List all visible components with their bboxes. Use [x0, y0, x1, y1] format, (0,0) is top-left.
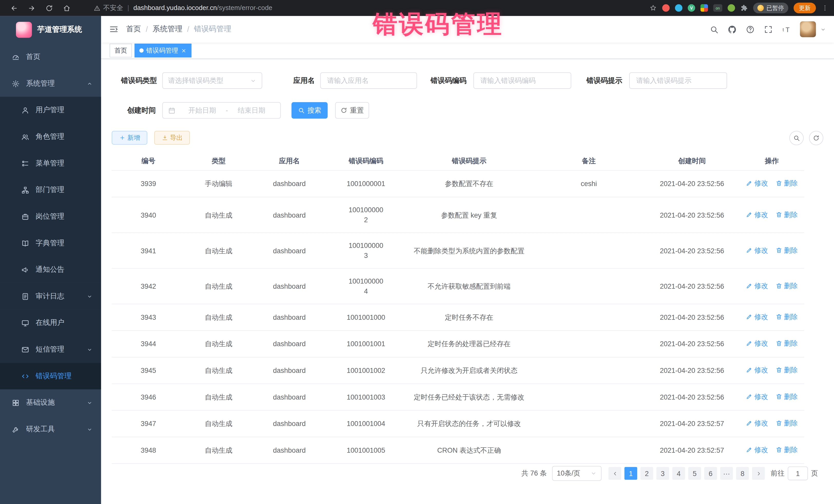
- sidebar-item-2[interactable]: 用户管理: [0, 97, 101, 124]
- delete-link[interactable]: 删除: [775, 245, 798, 255]
- breadcrumb-item[interactable]: 系统管理: [153, 24, 182, 34]
- browser-back-icon[interactable]: [10, 4, 18, 12]
- address-bar[interactable]: 不安全 | dashboard.yudao.iocoder.cn/system/…: [94, 3, 650, 12]
- cell-remark: [533, 207, 644, 222]
- help-icon[interactable]: [746, 25, 755, 34]
- edit-link[interactable]: 修改: [746, 445, 768, 455]
- delete-link[interactable]: 删除: [775, 281, 798, 290]
- search-button[interactable]: 搜索: [291, 102, 328, 118]
- sidebar-item-3[interactable]: 角色管理: [0, 124, 101, 150]
- error-type-select[interactable]: 请选择错误码类型: [162, 72, 262, 89]
- sidebar-item-12[interactable]: 错误码管理: [0, 363, 101, 390]
- edit-link[interactable]: 修改: [746, 281, 768, 290]
- reset-button[interactable]: 重置: [335, 102, 369, 118]
- browser-reload-icon[interactable]: [45, 4, 53, 12]
- update-button[interactable]: 更新: [793, 3, 816, 13]
- sidebar-item-10[interactable]: 在线用户: [0, 309, 101, 336]
- sidebar-item-4[interactable]: 菜单管理: [0, 150, 101, 177]
- app-name-input[interactable]: [320, 72, 417, 89]
- prev-page-button[interactable]: [609, 467, 621, 480]
- close-icon[interactable]: [181, 48, 187, 53]
- page-button-2[interactable]: 2: [640, 467, 653, 480]
- edit-link[interactable]: 修改: [746, 245, 768, 255]
- sidebar-item-14[interactable]: 研发工具: [0, 416, 101, 443]
- sidebar-item-label: 部门管理: [36, 185, 64, 195]
- sidebar-item-0[interactable]: 首页: [0, 44, 101, 70]
- edit-link[interactable]: 修改: [746, 210, 768, 219]
- edit-link[interactable]: 修改: [746, 365, 768, 375]
- green-extension-icon[interactable]: [727, 4, 735, 12]
- delete-link[interactable]: 删除: [775, 312, 798, 322]
- gear-icon: [12, 80, 20, 88]
- fullscreen-icon[interactable]: [764, 25, 773, 34]
- page-button-1[interactable]: 1: [624, 467, 637, 480]
- page-button-4[interactable]: 4: [672, 467, 685, 480]
- sidebar-item-label: 系统管理: [26, 79, 55, 88]
- vue-devtools-icon[interactable]: V: [688, 4, 695, 12]
- insecure-warning-icon: [94, 5, 101, 12]
- browser-menu-kebab-icon[interactable]: [821, 4, 829, 12]
- page-size-select[interactable]: 10条/页: [552, 466, 601, 481]
- svg-text:t: t: [783, 27, 784, 32]
- delete-link[interactable]: 删除: [775, 365, 798, 375]
- export-button[interactable]: 导出: [154, 131, 190, 145]
- page-button-6[interactable]: 6: [704, 467, 717, 480]
- delete-link[interactable]: 删除: [775, 392, 798, 401]
- delete-icon: [775, 313, 783, 320]
- page-ellipsis[interactable]: ···: [720, 467, 733, 480]
- edit-link[interactable]: 修改: [746, 338, 768, 348]
- sidebar-item-8[interactable]: 通知公告: [0, 256, 101, 283]
- browser-forward-icon[interactable]: [28, 4, 36, 12]
- refresh-table-button[interactable]: [809, 131, 824, 145]
- page-button-3[interactable]: 3: [656, 467, 669, 480]
- blue-drop-extension-icon[interactable]: [675, 4, 682, 12]
- bookmark-star-icon[interactable]: [650, 4, 657, 12]
- browser-home-icon[interactable]: [63, 4, 71, 12]
- page-button-5[interactable]: 5: [688, 467, 701, 480]
- cell-remark: [533, 336, 644, 351]
- add-button[interactable]: 新增: [112, 131, 147, 145]
- tab-错误码管理[interactable]: 错误码管理: [134, 44, 192, 58]
- breadcrumb-item[interactable]: 首页: [126, 24, 141, 34]
- edit-link[interactable]: 修改: [746, 178, 768, 188]
- date-range-picker[interactable]: 开始日期 - 结束日期: [162, 102, 281, 118]
- sidebar-item-6[interactable]: 岗位管理: [0, 203, 101, 230]
- cell-code: 1001001003: [327, 385, 405, 410]
- error-hint-input[interactable]: [629, 72, 727, 89]
- user-avatar[interactable]: [800, 21, 816, 37]
- recorder-extension-icon[interactable]: [662, 4, 670, 12]
- delete-link[interactable]: 删除: [775, 210, 798, 219]
- sidebar-collapse-icon[interactable]: [109, 24, 118, 34]
- chevron-down-icon: [87, 400, 93, 406]
- next-page-button[interactable]: [752, 467, 765, 480]
- page-button-8[interactable]: 8: [736, 467, 749, 480]
- sidebar-item-9[interactable]: 审计日志: [0, 283, 101, 310]
- sidebar-item-1[interactable]: 系统管理: [0, 70, 101, 97]
- delete-link[interactable]: 删除: [775, 445, 798, 455]
- sidebar-item-11[interactable]: 短信管理: [0, 336, 101, 363]
- github-icon[interactable]: [727, 25, 737, 34]
- edit-link[interactable]: 修改: [746, 312, 768, 322]
- cell-app: dashboard: [252, 202, 326, 227]
- paused-badge[interactable]: 已暂停: [753, 3, 788, 13]
- edit-link[interactable]: 修改: [746, 392, 768, 401]
- toggle-search-button[interactable]: [789, 131, 804, 145]
- header-search-icon[interactable]: [709, 25, 719, 34]
- edit-link[interactable]: 修改: [746, 418, 768, 428]
- grid-extension-icon[interactable]: [701, 4, 708, 12]
- cell-id: 3943: [112, 305, 185, 330]
- error-code-input[interactable]: [474, 72, 571, 89]
- puzzle-icon[interactable]: [740, 4, 748, 12]
- font-size-icon[interactable]: tT: [782, 25, 791, 34]
- delete-link[interactable]: 删除: [775, 418, 798, 428]
- sidebar-item-7[interactable]: 字典管理: [0, 230, 101, 256]
- delete-link[interactable]: 删除: [775, 178, 798, 188]
- sidebar-item-13[interactable]: 基础设施: [0, 389, 101, 416]
- goto-page-input[interactable]: [788, 466, 808, 480]
- delete-link[interactable]: 删除: [775, 338, 798, 348]
- avatar-caret-icon[interactable]: [820, 26, 826, 32]
- sidebar-item-5[interactable]: 部门管理: [0, 177, 101, 203]
- proxy-switch-icon[interactable]: on: [713, 4, 722, 12]
- tab-首页[interactable]: 首页: [110, 44, 132, 58]
- app-logo[interactable]: 芋道管理系统: [0, 16, 101, 44]
